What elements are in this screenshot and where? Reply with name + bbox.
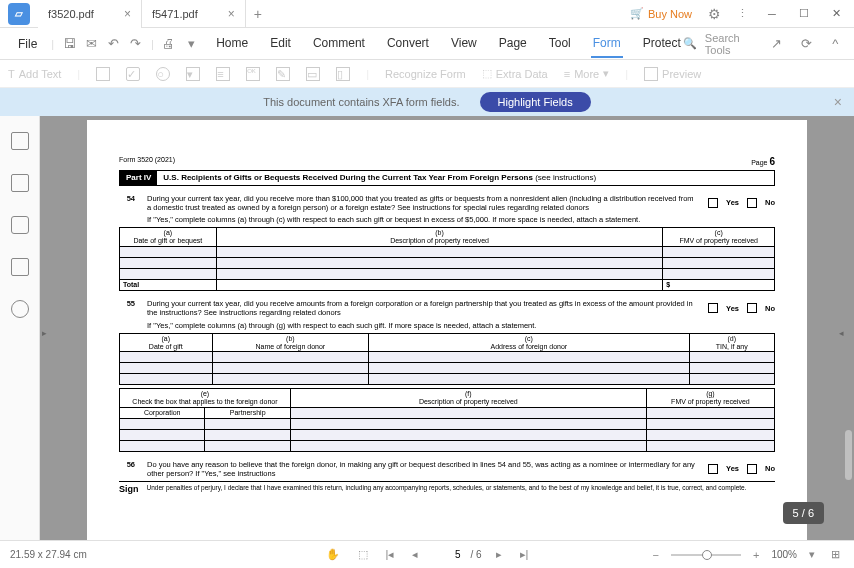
q-num: 56 <box>119 460 135 479</box>
zoom-level: 100% <box>771 549 797 560</box>
tab-2[interactable]: f5471.pdf × <box>142 0 246 28</box>
tab-protect[interactable]: Protect <box>641 30 683 58</box>
tab-page[interactable]: Page <box>497 30 529 58</box>
table-54: (a) Date of gift or bequest(b) Descripti… <box>119 227 775 291</box>
more-tool[interactable]: ≡More▾ <box>564 67 609 80</box>
buy-now-link[interactable]: 🛒 Buy Now <box>624 7 698 20</box>
question-text: Do you have any reason to believe that t… <box>147 460 696 479</box>
collapse-icon[interactable]: ^ <box>825 36 846 51</box>
info-message: This document contains XFA form fields. <box>263 96 459 108</box>
more-icon[interactable]: ⋮ <box>731 7 754 20</box>
perjury-statement: Under penalties of perjury, I declare th… <box>147 484 747 495</box>
close-icon[interactable]: × <box>228 7 235 21</box>
zoom-dropdown-icon[interactable]: ▾ <box>805 548 819 561</box>
search-icon[interactable]: 🔍 <box>683 37 697 50</box>
maximize-button[interactable]: ☐ <box>790 0 818 28</box>
recognize-form-tool[interactable]: Recognize Form <box>385 68 466 80</box>
pdf-page: Form 3520 (2021) Page 6 Part IV U.S. Rec… <box>87 120 807 540</box>
q-num: 55 <box>119 299 135 318</box>
extra-data-tool[interactable]: ⬚Extra Data <box>482 67 548 80</box>
add-text-tool[interactable]: TAdd Text <box>8 68 61 80</box>
file-menu[interactable]: File <box>8 37 47 51</box>
search-panel-icon[interactable] <box>11 300 29 318</box>
sub-instruction: If "Yes," complete columns (a) through (… <box>147 215 775 224</box>
tab-label: f3520.pdf <box>48 8 94 20</box>
document-viewport[interactable]: ▸ ◂ Form 3520 (2021) Page 6 Part IV U.S.… <box>40 116 854 540</box>
table-55b: (e) Check the box that applies to the fo… <box>119 388 775 451</box>
next-page-icon[interactable]: ▸ <box>492 548 506 561</box>
table-55a: (a) Date of gift(b) Name of foreign dono… <box>119 333 775 385</box>
field-icon-3[interactable]: ○ <box>156 67 170 81</box>
last-page-icon[interactable]: ▸| <box>516 548 533 561</box>
form-id: Form 3520 (2021) <box>119 156 175 168</box>
minimize-button[interactable]: ─ <box>758 0 786 28</box>
page-total: / 6 <box>470 549 481 560</box>
sub-instruction: If "Yes," complete columns (a) through (… <box>147 321 775 330</box>
tab-home[interactable]: Home <box>214 30 250 58</box>
tab-label: f5471.pdf <box>152 8 198 20</box>
sign-label: Sign <box>119 484 139 495</box>
close-button[interactable]: ✕ <box>822 0 850 28</box>
new-tab-button[interactable]: + <box>246 6 270 22</box>
close-icon[interactable]: × <box>124 7 131 21</box>
scrollbar-thumb[interactable] <box>845 430 852 480</box>
gear-icon[interactable]: ⚙ <box>702 6 727 22</box>
expand-left-icon[interactable]: ▸ <box>42 328 47 338</box>
field-icon-2[interactable]: ✓ <box>126 67 140 81</box>
attachments-icon[interactable] <box>11 258 29 276</box>
field-icon-6[interactable]: OK <box>246 67 260 81</box>
thumbnails-icon[interactable] <box>11 132 29 150</box>
prev-page-icon[interactable]: ◂ <box>408 548 422 561</box>
field-icon-1[interactable] <box>96 67 110 81</box>
save-icon[interactable]: 🖫 <box>58 36 80 51</box>
select-tool-icon[interactable]: ⬚ <box>354 548 372 561</box>
q-num: 54 <box>119 194 135 213</box>
field-icon-7[interactable]: ✎ <box>276 67 290 81</box>
expand-right-icon[interactable]: ◂ <box>839 328 844 338</box>
zoom-out-icon[interactable]: − <box>649 549 663 561</box>
page-dimensions: 21.59 x 27.94 cm <box>10 549 87 560</box>
question-text: During your current tax year, did you re… <box>147 299 696 318</box>
field-icon-5[interactable]: ≡ <box>216 67 230 81</box>
field-icon-9[interactable]: ▯ <box>336 67 350 81</box>
field-icon-4[interactable]: ▾ <box>186 67 200 81</box>
fit-page-icon[interactable]: ⊞ <box>827 548 844 561</box>
highlight-fields-button[interactable]: Highlight Fields <box>480 92 591 112</box>
checkbox-no[interactable] <box>747 198 757 208</box>
first-page-icon[interactable]: |◂ <box>382 548 399 561</box>
bookmarks-icon[interactable] <box>11 174 29 192</box>
tab-form[interactable]: Form <box>591 30 623 58</box>
checkbox-no[interactable] <box>747 303 757 313</box>
redo-icon[interactable]: ↷ <box>125 36 147 51</box>
tab-view[interactable]: View <box>449 30 479 58</box>
preview-tool[interactable]: Preview <box>644 67 701 81</box>
sync-icon[interactable]: ⟳ <box>796 36 817 51</box>
tab-edit[interactable]: Edit <box>268 30 293 58</box>
chevron-down-icon[interactable]: ▾ <box>180 36 202 51</box>
tab-comment[interactable]: Comment <box>311 30 367 58</box>
tab-convert[interactable]: Convert <box>385 30 431 58</box>
tab-1[interactable]: f3520.pdf × <box>38 0 142 28</box>
mail-icon[interactable]: ✉ <box>80 36 102 51</box>
zoom-in-icon[interactable]: + <box>749 549 763 561</box>
open-icon[interactable]: ↗ <box>766 36 787 51</box>
checkbox-yes[interactable] <box>708 303 718 313</box>
search-tools[interactable]: Search Tools <box>705 32 759 56</box>
close-icon[interactable]: × <box>834 94 842 110</box>
comments-icon[interactable] <box>11 216 29 234</box>
undo-icon[interactable]: ↶ <box>103 36 125 51</box>
hand-tool-icon[interactable]: ✋ <box>322 548 344 561</box>
page-input[interactable] <box>432 549 460 560</box>
checkbox-yes[interactable] <box>708 464 718 474</box>
tab-tool[interactable]: Tool <box>547 30 573 58</box>
cart-icon: 🛒 <box>630 7 644 20</box>
zoom-slider[interactable] <box>671 554 741 556</box>
checkbox-no[interactable] <box>747 464 757 474</box>
page-number: Page 6 <box>751 156 775 168</box>
app-icon[interactable]: ▱ <box>8 3 30 25</box>
field-icon-8[interactable]: ▭ <box>306 67 320 81</box>
part-title: U.S. Recipients of Gifts or Bequests Rec… <box>157 171 602 185</box>
print-icon[interactable]: 🖨 <box>158 36 180 51</box>
checkbox-yes[interactable] <box>708 198 718 208</box>
form-cell[interactable] <box>120 246 217 257</box>
